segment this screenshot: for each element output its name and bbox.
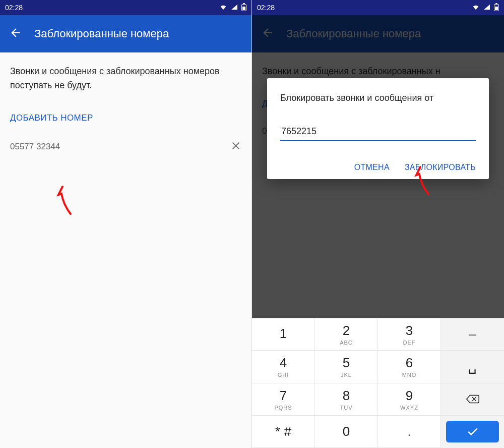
- blocked-number-row: 05577 32344: [10, 140, 241, 153]
- battery-icon: [494, 4, 499, 11]
- phone-number-input[interactable]: [280, 123, 476, 141]
- dialog-actions: ОТМЕНА ЗАБЛОКИРОВАТЬ: [280, 163, 476, 172]
- screen-blocked-list: 02:28 Заблокированные номера Звонки и со…: [0, 0, 252, 448]
- add-number-button[interactable]: ДОБАВИТЬ НОМЕР: [10, 113, 241, 123]
- block-number-dialog: Блокировать звонки и сообщения от ОТМЕНА…: [267, 78, 489, 179]
- wifi-icon: [219, 3, 227, 13]
- key-0[interactable]: 0: [315, 416, 378, 448]
- cancel-button[interactable]: ОТМЕНА: [354, 163, 390, 172]
- key-5[interactable]: 5JKL: [315, 351, 378, 383]
- description-text: Звонки и сообщения с заблокированных ном…: [10, 65, 241, 93]
- cell-signal-icon: [483, 3, 491, 13]
- cell-signal-icon: [230, 3, 238, 13]
- key-9[interactable]: 9WXYZ: [378, 383, 441, 416]
- key-backspace[interactable]: [441, 383, 504, 416]
- key-star-hash[interactable]: * #: [252, 416, 315, 448]
- status-time: 02:28: [257, 4, 275, 12]
- status-icons: [472, 3, 499, 13]
- numeric-keypad: 1 2ABC 3DEF – 4GHI 5JKL 6MNO ␣ 7PQRS 8TU…: [252, 318, 504, 448]
- key-7[interactable]: 7PQRS: [252, 383, 315, 416]
- annotation-arrow-icon: [48, 184, 79, 221]
- status-bar: 02:28: [0, 0, 251, 15]
- page-title: Заблокированные номера: [34, 27, 169, 40]
- key-3[interactable]: 3DEF: [378, 318, 441, 351]
- key-8[interactable]: 8TUV: [315, 383, 378, 416]
- block-button[interactable]: ЗАБЛОКИРОВАТЬ: [405, 163, 476, 172]
- back-arrow-icon[interactable]: [9, 26, 22, 41]
- key-space[interactable]: ␣: [441, 351, 504, 383]
- wifi-icon: [472, 3, 480, 13]
- dialog-title: Блокировать звонки и сообщения от: [280, 91, 476, 105]
- status-time: 02:28: [5, 4, 23, 12]
- key-2[interactable]: 2ABC: [315, 318, 378, 351]
- key-6[interactable]: 6MNO: [378, 351, 441, 383]
- blocked-number: 05577 32344: [10, 142, 60, 152]
- screen-body: Звонки и сообщения с заблокированных ном…: [0, 52, 251, 448]
- app-bar: Заблокированные номера: [0, 15, 251, 52]
- key-enter[interactable]: [446, 421, 499, 443]
- key-4[interactable]: 4GHI: [252, 351, 315, 383]
- status-bar: 02:28: [252, 0, 504, 15]
- key-dot[interactable]: .: [378, 416, 441, 448]
- remove-number-icon[interactable]: [230, 140, 241, 153]
- key-minus[interactable]: –: [441, 318, 504, 351]
- status-icons: [219, 3, 246, 13]
- key-1[interactable]: 1: [252, 318, 315, 351]
- screen-add-dialog: 02:28 Заблокированные номера Звонки и со…: [252, 0, 504, 448]
- battery-icon: [241, 4, 246, 11]
